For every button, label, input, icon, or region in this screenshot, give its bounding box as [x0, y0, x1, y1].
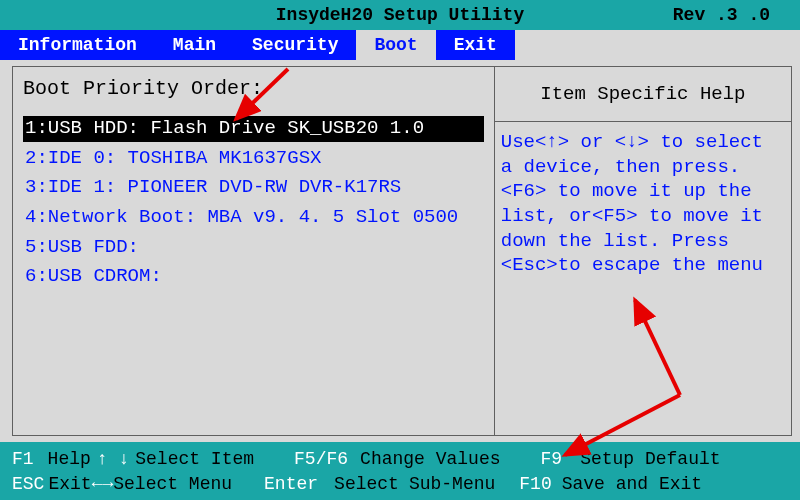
- help-title: Item Specific Help: [495, 66, 792, 122]
- label-select-menu: Select Menu: [113, 474, 232, 494]
- label-setup-default: Setup Default: [580, 449, 720, 469]
- revision-label: Rev .3 .0: [673, 5, 770, 25]
- key-enter: Enter: [264, 474, 318, 494]
- tab-security[interactable]: Security: [234, 30, 356, 60]
- list-item[interactable]: 3:IDE 1: PIONEER DVD-RW DVR-K17RS: [23, 175, 484, 201]
- label-submenu: Sub-Menu: [409, 474, 495, 494]
- tab-boot[interactable]: Boot: [356, 30, 435, 60]
- list-item[interactable]: 4:Network Boot: MBA v9. 4. 5 Slot 0500: [23, 205, 484, 231]
- tab-exit[interactable]: Exit: [436, 30, 515, 60]
- key-f1: F1: [12, 449, 34, 469]
- list-item[interactable]: 1:USB HDD: Flash Drive SK_USB20 1.0: [23, 116, 484, 142]
- utility-title: InsydeH20 Setup Utility: [276, 5, 524, 25]
- tab-information[interactable]: Information: [0, 30, 155, 60]
- label-help: Help: [48, 449, 91, 469]
- footer-bar: F1 Help ↑ ↓ Select Item F5/F6 Change Val…: [0, 442, 800, 500]
- leftright-arrows-icon: ←→: [92, 474, 114, 494]
- help-body: Use<↑> or <↓> to select a device, then p…: [495, 122, 792, 436]
- label-change-values: Change Values: [360, 449, 500, 469]
- key-f9: F9: [541, 449, 563, 469]
- key-f10: F10: [519, 474, 551, 494]
- list-item[interactable]: 6:USB CDROM:: [23, 264, 484, 290]
- label-select: Select: [334, 474, 399, 494]
- list-item[interactable]: 5:USB FDD:: [23, 235, 484, 261]
- work-area: Boot Priority Order: 1:USB HDD: Flash Dr…: [0, 60, 800, 442]
- help-panel: Item Specific Help Use<↑> or <↓> to sele…: [495, 66, 792, 436]
- list-item[interactable]: 2:IDE 0: TOSHIBA MK1637GSX: [23, 146, 484, 172]
- key-f5f6: F5/F6: [294, 449, 348, 469]
- title-bar: InsydeH20 Setup Utility Rev .3 .0: [0, 0, 800, 30]
- menu-bar: Information Main Security Boot Exit: [0, 30, 800, 60]
- boot-priority-panel: Boot Priority Order: 1:USB HDD: Flash Dr…: [12, 66, 495, 436]
- label-exit: Exit: [48, 474, 91, 494]
- label-save-exit: Save and Exit: [562, 474, 702, 494]
- label-select-item: Select Item: [135, 449, 254, 469]
- key-esc: ESC: [12, 474, 44, 494]
- updown-arrows-icon: ↑ ↓: [97, 449, 129, 469]
- tab-main[interactable]: Main: [155, 30, 234, 60]
- boot-priority-heading: Boot Priority Order:: [23, 77, 484, 100]
